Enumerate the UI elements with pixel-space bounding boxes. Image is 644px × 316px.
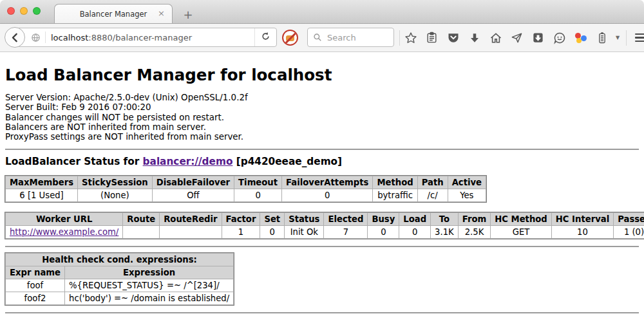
cell-status: Init Ok — [285, 226, 324, 239]
tab-title: Balancer Manager — [80, 10, 147, 19]
balancer-table-row: 6 [1 Used] (None) Off 0 0 bytraffic /c/ … — [6, 189, 486, 202]
cell-disablefailover: Off — [152, 189, 234, 202]
column-header: Path — [417, 176, 448, 189]
search-icon — [313, 33, 322, 42]
zoom-window-button[interactable] — [33, 7, 41, 15]
column-header: Timeout — [234, 176, 282, 189]
column-header: RouteRedir — [160, 213, 222, 226]
cell-route — [123, 226, 160, 239]
bookmark-star-icon[interactable] — [403, 30, 418, 45]
home-icon[interactable] — [488, 30, 503, 45]
navigation-toolbar: localhost:8880/balancer-manager — [0, 24, 644, 52]
health-table-title: Health check cond. expressions: — [6, 254, 234, 266]
cell-worker-url: http://www.example.com/ — [6, 226, 123, 239]
cell-hc-method: GET — [491, 226, 552, 239]
tab-close-icon[interactable]: × — [158, 9, 165, 17]
pocket-icon[interactable] — [446, 30, 460, 45]
column-header: HC Interval — [551, 213, 613, 226]
cell-passes: 1 (0) — [614, 226, 644, 239]
cell-path: /c/ — [417, 189, 448, 202]
column-header: To — [431, 213, 459, 226]
reload-button[interactable] — [254, 28, 276, 46]
toolbar-icons: ▼ — [403, 24, 644, 51]
column-header: MaxMembers — [6, 176, 78, 189]
column-header: Status — [285, 213, 324, 226]
column-header: StickySession — [78, 176, 153, 189]
url-bar[interactable]: localhost:8880/balancer-manager — [15, 28, 277, 47]
loadbalancer-status-heading: LoadBalancer Status for balancer://demo … — [5, 156, 639, 167]
worker-table-header-row: Worker URL Route RouteRedir Factor Set S… — [6, 213, 644, 226]
minimize-window-button[interactable] — [20, 7, 28, 15]
server-built-line: Server Built: Feb 9 2016 07:00:20 — [5, 102, 639, 112]
worker-url-link[interactable]: http://www.example.com/ — [10, 227, 118, 237]
worker-table: Worker URL Route RouteRedir Factor Set S… — [5, 212, 644, 239]
cell-method: bytraffic — [373, 189, 417, 202]
cell-expr-name: foof — [6, 279, 65, 292]
column-header: From — [458, 213, 490, 226]
column-header: Active — [448, 176, 486, 189]
column-header: Load — [399, 213, 431, 226]
health-table-row: foof2 hc('body') =~ /domain is establish… — [6, 292, 234, 305]
tab-balancer-manager[interactable]: Balancer Manager × — [54, 4, 173, 23]
url-host: localhost — [51, 33, 88, 42]
column-header: DisableFailover — [152, 176, 234, 189]
cell-factor: 1 — [222, 226, 260, 239]
page-title: Load Balancer Manager for localhost — [5, 66, 639, 84]
persist-note-line: Balancer changes will NOT be persisted o… — [5, 113, 639, 122]
url-divider — [45, 32, 46, 43]
search-bar[interactable] — [307, 28, 394, 47]
proxypass-note-line: ProxyPass settings are NOT inherited fro… — [5, 132, 639, 142]
balancer-table-header-row: MaxMembers StickySession DisableFailover… — [6, 176, 486, 189]
battery-icon[interactable] — [594, 30, 609, 45]
cell-active: Yes — [448, 189, 486, 202]
menu-icon[interactable] — [633, 30, 644, 45]
cell-hc-interval: 10 — [551, 226, 613, 239]
forum-smiley-icon[interactable] — [552, 30, 567, 45]
column-header: Set — [260, 213, 285, 226]
cell-expr-name: foof2 — [6, 292, 65, 305]
extension-box-icon[interactable] — [531, 30, 545, 45]
titlebar: Balancer Manager × + — [0, 0, 644, 24]
back-button[interactable] — [5, 27, 25, 48]
new-tab-button[interactable]: + — [180, 8, 196, 21]
dropdown-caret-icon[interactable]: ▼ — [616, 35, 620, 41]
divider — [5, 149, 639, 150]
balancer-table: MaxMembers StickySession DisableFailover… — [5, 176, 486, 202]
balancer-demo-link[interactable]: balancer://demo — [143, 156, 233, 167]
search-input[interactable] — [326, 32, 388, 43]
colored-dots-icon[interactable] — [573, 30, 588, 45]
url-text[interactable]: localhost:8880/balancer-manager — [51, 33, 192, 42]
cell-elected: 7 — [324, 226, 368, 239]
cell-expression: hc('body') =~ /domain is established/ — [65, 292, 234, 305]
send-icon[interactable] — [509, 30, 524, 45]
cell-failoverattempts: 0 — [282, 189, 373, 202]
cell-load: 0 — [399, 226, 431, 239]
cell-to: 3.1K — [431, 226, 459, 239]
reload-icon — [261, 32, 270, 44]
cell-expression: %{REQUEST_STATUS} =~ /^[234]/ — [65, 279, 234, 292]
cell-set: 0 — [260, 226, 285, 239]
column-header: Route — [123, 213, 160, 226]
column-header: Method — [373, 176, 417, 189]
cell-routeredir — [160, 226, 222, 239]
server-version-line: Server Version: Apache/2.5.0-dev (Unix) … — [5, 93, 639, 102]
column-header: FailoverAttempts — [282, 176, 373, 189]
worker-table-row: http://www.example.com/ 1 0 Init Ok 7 0 … — [6, 226, 644, 239]
flash-block-button[interactable] — [282, 30, 298, 46]
column-header: Elected — [324, 213, 368, 226]
cell-busy: 0 — [368, 226, 399, 239]
health-table-title-row: Health check cond. expressions: — [6, 254, 234, 266]
column-header: HC Method — [491, 213, 552, 226]
reading-list-icon[interactable] — [424, 30, 439, 45]
browser-window: Balancer Manager × + localhost:8880/bala… — [0, 0, 644, 316]
close-window-button[interactable] — [7, 7, 15, 15]
column-header: Expr name — [6, 266, 65, 279]
url-path: :8880/balancer-manager — [88, 33, 192, 42]
divider — [5, 246, 639, 247]
cell-timeout: 0 — [234, 189, 282, 202]
inherit-note-line: Balancers are NOT inherited from main se… — [5, 122, 639, 132]
cell-stickysession: (None) — [78, 189, 153, 202]
page-content: Load Balancer Manager for localhost Serv… — [0, 66, 644, 313]
health-table-row: foof %{REQUEST_STATUS} =~ /^[234]/ — [6, 279, 234, 292]
download-icon[interactable] — [467, 30, 482, 45]
